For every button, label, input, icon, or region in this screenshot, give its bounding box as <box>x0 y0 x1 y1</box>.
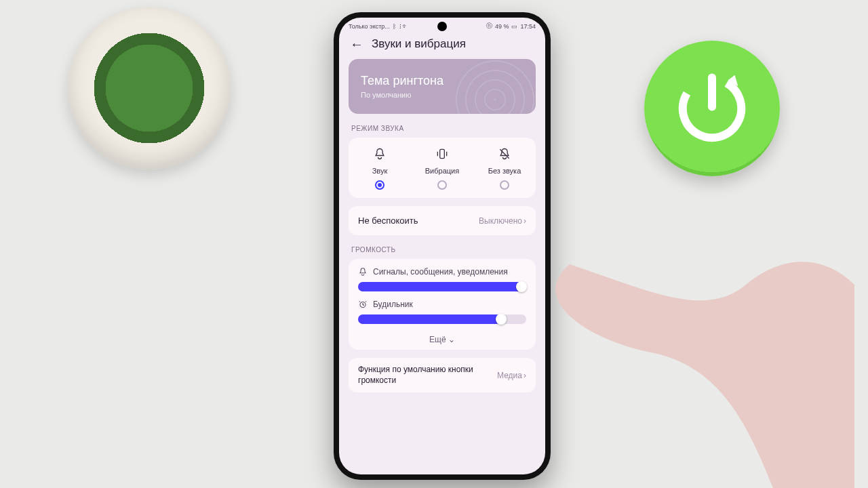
mode-sound-label: Звук <box>349 167 410 175</box>
page-title: Звуки и вибрация <box>372 37 466 51</box>
dnd-row[interactable]: Не беспокоить Выключено › <box>349 206 536 235</box>
chevron-down-icon: ⌄ <box>448 335 455 344</box>
dnd-value: Выключено <box>479 216 522 226</box>
vibrate-icon <box>411 147 473 164</box>
decor-plant <box>68 7 231 169</box>
battery-percent: 49 % <box>495 23 509 30</box>
volume-notifications-slider[interactable] <box>358 282 526 291</box>
mode-vibrate-radio[interactable] <box>437 180 447 190</box>
nfc-icon: ⓝ <box>486 22 492 30</box>
ringtone-theme-title: Тема рингтона <box>361 74 524 88</box>
sound-mode-section-label: РЕЖИМ ЗВУКА <box>351 125 533 132</box>
mode-silent-label: Без звука <box>473 167 535 175</box>
volume-more[interactable]: Ещё ⌄ <box>358 332 526 344</box>
volume-key-label: Функция по умолчанию кнопки громкости <box>358 365 473 386</box>
battery-icon: ▭ <box>511 23 517 30</box>
mode-silent-radio[interactable] <box>500 180 509 190</box>
volume-alarm-label: Будильник <box>373 300 413 309</box>
volume-key-value: Медиа <box>497 371 522 380</box>
phone-screen: Только экстр... ᛒ ⋮ᯤ ⓝ 49 % ▭ 17:54 ← Зв… <box>339 18 545 474</box>
power-icon <box>671 68 753 149</box>
volume-more-label: Ещё <box>429 335 446 344</box>
camera-notch <box>437 22 447 31</box>
phone-frame: Только экстр... ᛒ ⋮ᯤ ⓝ 49 % ▭ 17:54 ← Зв… <box>334 12 551 480</box>
sound-mode-card: Звук Вибрация Без звука <box>349 138 536 198</box>
svg-rect-2 <box>440 149 445 158</box>
mode-silent[interactable]: Без звука <box>473 147 535 190</box>
bell-icon <box>349 147 410 164</box>
clock: 17:54 <box>520 23 536 30</box>
mode-vibrate[interactable]: Вибрация <box>411 147 473 190</box>
volume-key-row[interactable]: Функция по умолчанию кнопки громкости Ме… <box>349 358 536 392</box>
volume-alarm-slider[interactable] <box>358 314 526 324</box>
bell-small-icon <box>358 267 368 277</box>
title-bar: ← Звуки и вибрация <box>339 32 545 59</box>
back-icon[interactable]: ← <box>350 37 363 51</box>
decor-power-disc <box>644 41 780 176</box>
volume-card: Сигналы, сообщения, уведомления Будильни… <box>349 259 536 350</box>
mode-sound-radio[interactable] <box>375 180 384 190</box>
dnd-label: Не беспокоить <box>358 216 418 226</box>
wifi-icon: ⋮ᯤ <box>399 23 408 30</box>
bell-off-icon <box>473 147 535 164</box>
mode-sound[interactable]: Звук <box>349 147 410 190</box>
volume-notifications: Сигналы, сообщения, уведомления <box>358 267 526 291</box>
decor-hand <box>542 203 854 488</box>
mode-vibrate-label: Вибрация <box>411 167 473 175</box>
volume-section-label: ГРОМКОСТЬ <box>351 246 533 253</box>
ringtone-theme-card[interactable]: Тема рингтона По умолчанию <box>349 59 536 114</box>
alarm-icon <box>358 300 368 309</box>
carrier-text: Только экстр... <box>349 23 390 30</box>
volume-notifications-label: Сигналы, сообщения, уведомления <box>373 267 508 277</box>
volume-alarm: Будильник <box>358 300 526 324</box>
ringtone-theme-subtitle: По умолчанию <box>361 91 524 99</box>
bluetooth-icon: ᛒ <box>393 23 396 30</box>
chevron-right-icon-2: › <box>524 371 526 380</box>
chevron-right-icon: › <box>524 216 526 226</box>
